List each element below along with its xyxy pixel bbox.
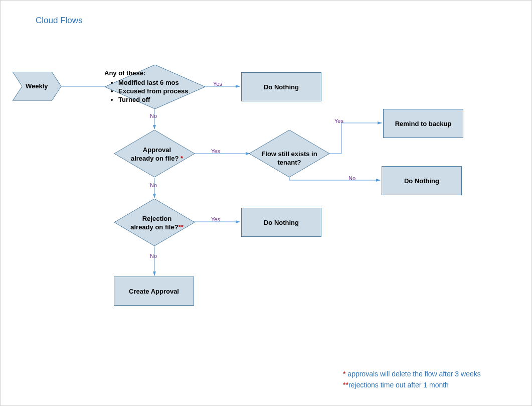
- process-remind-backup: Remind to backup: [383, 109, 463, 138]
- process-do-nothing-2-label: Do Nothing: [404, 177, 439, 185]
- footnote-1-star: *: [343, 370, 347, 378]
- connectors-layer: [1, 1, 532, 406]
- process-create-approval-label: Create Approval: [129, 288, 179, 295]
- edge-d2-no: No: [150, 182, 157, 188]
- decision1-heading: Any of these:: [104, 69, 205, 78]
- process-create-approval: Create Approval: [114, 277, 194, 306]
- process-do-nothing-3: Do Nothing: [241, 208, 321, 237]
- footnote-1: * approvals will delete the flow after 3…: [343, 370, 481, 378]
- process-do-nothing-3-label: Do Nothing: [264, 219, 299, 226]
- decision2-line1: Approval: [143, 146, 171, 154]
- edge-d4-yes: Yes: [211, 216, 220, 222]
- edge-d1-yes: Yes: [213, 81, 222, 87]
- process-remind-backup-label: Remind to backup: [395, 120, 452, 127]
- edge-d2-yes: Yes: [211, 148, 220, 154]
- edge-d3-yes: Yes: [334, 118, 343, 124]
- decision2-star: *: [181, 155, 183, 162]
- process-do-nothing-2: Do Nothing: [382, 166, 462, 195]
- decision1-content: Any of these: Modified last 6 mos Excuse…: [104, 69, 205, 104]
- decision3-content: Flow still exists in tenant?: [254, 150, 324, 167]
- edge-d3-no: No: [348, 175, 356, 181]
- decision3-label: Flow still exists in tenant?: [261, 150, 317, 166]
- decision1-bullet2: Excused from process: [118, 87, 205, 96]
- start-label: Weekly: [26, 82, 48, 90]
- diagram-title: Cloud Flows: [36, 16, 83, 26]
- process-do-nothing-1: Do Nothing: [241, 72, 321, 101]
- footnote-2-star: **: [343, 381, 348, 389]
- flowchart-canvas: Cloud Flows Weekly: [1, 1, 531, 405]
- footnote-2: **rejections time out after 1 month: [343, 381, 449, 389]
- decision4-line1: Rejection: [142, 215, 172, 222]
- footnote-1-text: approvals will delete the flow after 3 w…: [347, 370, 480, 378]
- decision1-bullet3: Turned off: [118, 96, 205, 104]
- decision4-line2: already on file?: [130, 223, 178, 231]
- footnote-2-text: rejections time out after 1 month: [348, 381, 449, 389]
- decision2-line2: already on file?: [131, 155, 181, 162]
- edge-d1-no: No: [150, 113, 157, 119]
- process-do-nothing-1-label: Do Nothing: [264, 83, 299, 91]
- decision2-content: Approval already on file? *: [127, 146, 187, 163]
- decision4-star: **: [179, 223, 184, 231]
- decision4-content: Rejection already on file?**: [127, 215, 187, 232]
- edge-d4-no: No: [150, 253, 157, 259]
- decision1-bullet1: Modified last 6 mos: [118, 79, 205, 87]
